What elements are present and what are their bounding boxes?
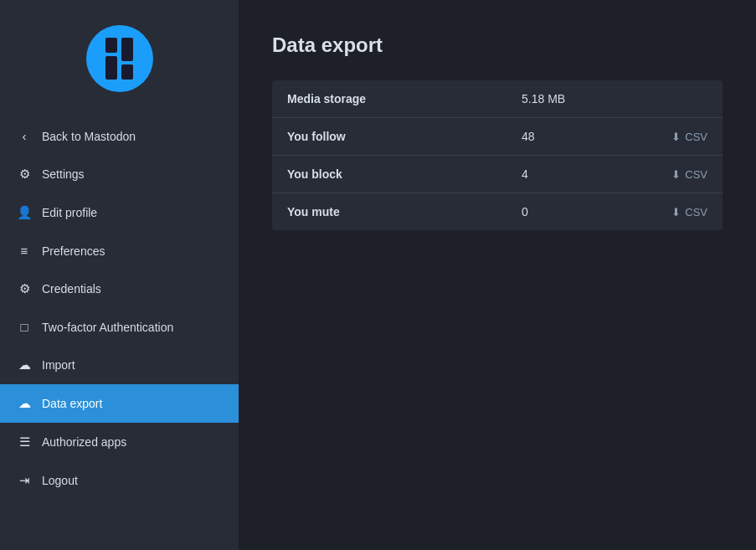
nav-item-credentials: ⚙ Credentials <box>0 270 239 308</box>
nav-item-edit-profile: 👤 Edit profile <box>0 193 239 232</box>
nav-item-2fa: □ Two-factor Authentication <box>0 308 239 346</box>
preferences-label: Preferences <box>42 244 105 258</box>
nav-item-preferences: ≡ Preferences <box>0 232 239 270</box>
data-export-link[interactable]: ☁ Data export <box>0 384 239 423</box>
row-label-media-storage: Media storage <box>272 80 507 118</box>
logout-label: Logout <box>42 474 78 487</box>
preferences-link[interactable]: ≡ Preferences <box>0 232 239 270</box>
row-action-you-block: ⬇ CSV <box>620 156 723 193</box>
csv-download-you-block[interactable]: ⬇ CSV <box>671 168 707 181</box>
import-label: Import <box>42 358 75 372</box>
csv-label-you-mute: CSV <box>685 206 707 218</box>
nav-list: ‹ Back to Mastodon ⚙ Settings 👤 Edit pro… <box>0 117 239 500</box>
download-icon: ⬇ <box>671 168 681 181</box>
credentials-label: Credentials <box>42 282 101 296</box>
settings-label: Settings <box>42 167 85 181</box>
logout-icon: ⇥ <box>17 473 32 488</box>
csv-download-you-mute[interactable]: ⬇ CSV <box>671 206 707 218</box>
nav-item-import: ☁ Import <box>0 346 239 384</box>
csv-label-you-block: CSV <box>685 168 707 181</box>
table-row: You mute 0 ⬇ CSV <box>272 193 723 231</box>
nav-item-authorized-apps: ☰ Authorized apps <box>0 423 239 461</box>
download-icon: ⬇ <box>671 206 681 218</box>
logo-bar-2 <box>105 56 117 80</box>
table-row: You block 4 ⬇ CSV <box>272 156 723 193</box>
back-to-mastodon-link[interactable]: ‹ Back to Mastodon <box>0 117 239 155</box>
credentials-link[interactable]: ⚙ Credentials <box>0 270 239 308</box>
nav-item-back-to-mastodon: ‹ Back to Mastodon <box>0 117 239 155</box>
logo-bar-3 <box>121 38 133 61</box>
2fa-icon: □ <box>17 320 32 334</box>
import-icon: ☁ <box>17 357 32 373</box>
row-action-you-follow: ⬇ CSV <box>620 118 723 156</box>
profile-icon: 👤 <box>17 205 32 220</box>
nav-item-settings: ⚙ Settings <box>0 155 239 193</box>
authorized-apps-label: Authorized apps <box>42 435 126 449</box>
table-row: Media storage 5.18 MB <box>272 80 723 118</box>
preferences-icon: ≡ <box>17 244 32 258</box>
row-value-you-follow: 48 <box>507 118 620 156</box>
settings-link[interactable]: ⚙ Settings <box>0 155 239 193</box>
download-icon: ⬇ <box>671 131 681 143</box>
settings-icon: ⚙ <box>17 167 32 182</box>
row-value-you-mute: 0 <box>507 193 620 231</box>
logout-link[interactable]: ⇥ Logout <box>0 461 239 500</box>
nav-item-logout: ⇥ Logout <box>0 461 239 500</box>
2fa-label: Two-factor Authentication <box>42 321 173 334</box>
sidebar: ‹ Back to Mastodon ⚙ Settings 👤 Edit pro… <box>0 0 239 550</box>
row-label-you-follow: You follow <box>272 118 507 156</box>
edit-profile-link[interactable]: 👤 Edit profile <box>0 193 239 232</box>
row-action-you-mute: ⬇ CSV <box>620 193 723 231</box>
export-icon: ☁ <box>17 396 32 411</box>
edit-profile-label: Edit profile <box>42 206 97 219</box>
logo-icon <box>105 38 133 80</box>
main-content: Data export Media storage 5.18 MB You fo… <box>239 0 756 550</box>
csv-label-you-follow: CSV <box>685 131 707 143</box>
csv-download-you-follow[interactable]: ⬇ CSV <box>671 131 707 143</box>
row-value-media-storage: 5.18 MB <box>507 80 620 118</box>
authorized-apps-link[interactable]: ☰ Authorized apps <box>0 423 239 461</box>
credentials-icon: ⚙ <box>17 281 32 296</box>
back-icon: ‹ <box>17 129 32 143</box>
apps-icon: ☰ <box>17 434 32 450</box>
logo-bar-1 <box>105 38 117 53</box>
logo <box>86 25 153 92</box>
back-to-mastodon-label: Back to Mastodon <box>42 130 136 143</box>
data-export-label: Data export <box>42 397 102 410</box>
row-value-you-block: 4 <box>507 156 620 193</box>
row-label-you-block: You block <box>272 156 507 193</box>
logo-bar-4 <box>121 64 133 80</box>
data-export-table: Media storage 5.18 MB You follow 48 ⬇ CS… <box>272 80 723 230</box>
row-action-media-storage <box>620 80 723 118</box>
nav-item-data-export: ☁ Data export <box>0 384 239 423</box>
import-link[interactable]: ☁ Import <box>0 346 239 384</box>
2fa-link[interactable]: □ Two-factor Authentication <box>0 308 239 346</box>
table-row: You follow 48 ⬇ CSV <box>272 118 723 156</box>
page-title: Data export <box>272 33 723 57</box>
row-label-you-mute: You mute <box>272 193 507 231</box>
